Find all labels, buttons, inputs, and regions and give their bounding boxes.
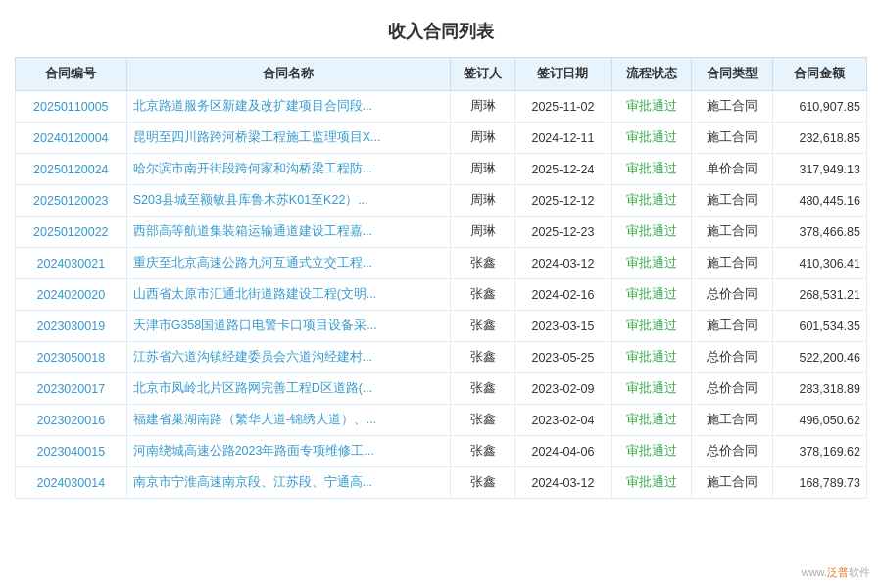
cell-signer: 张鑫	[450, 436, 514, 467]
cell-signer: 张鑫	[450, 279, 514, 311]
cell-contract-name[interactable]: 福建省巢湖南路（繁华大道-锦绣大道）、...	[126, 405, 450, 436]
table-header: 合同编号 合同名称 签订人 签订日期 流程状态 合同类型 合同金额	[16, 58, 867, 91]
cell-signer: 张鑫	[450, 405, 514, 436]
cell-signer: 周琳	[450, 91, 514, 122]
cell-type: 施工合同	[692, 185, 773, 217]
cell-contract-id[interactable]: 2023030019	[16, 311, 127, 342]
table-row: 20250120023S203县城至额敏县库鲁木苏K01至K22）...周琳20…	[16, 185, 867, 217]
cell-amount: 232,618.85	[772, 122, 866, 154]
cell-type: 施工合同	[692, 91, 773, 122]
page-container: 收入合同列表 合同编号 合同名称 签订人 签订日期 流程状态 合同类型 合同金额…	[0, 0, 882, 588]
cell-contract-name[interactable]: 重庆至北京高速公路九河互通式立交工程...	[126, 248, 450, 279]
cell-status: 审批通过	[611, 154, 692, 185]
cell-contract-name[interactable]: 北京市凤岭北片区路网完善工程D区道路(...	[126, 373, 450, 405]
cell-amount: 168,789.73	[772, 467, 866, 499]
cell-type: 施工合同	[692, 405, 773, 436]
cell-date: 2023-03-15	[515, 311, 612, 342]
cell-contract-name[interactable]: S203县城至额敏县库鲁木苏K01至K22）...	[126, 185, 450, 217]
cell-contract-name[interactable]: 西部高等航道集装箱运输通道建设工程嘉...	[126, 217, 450, 248]
col-header-status: 流程状态	[611, 58, 692, 91]
cell-type: 施工合同	[692, 122, 773, 154]
table-row: 2023020017北京市凤岭北片区路网完善工程D区道路(...张鑫2023-0…	[16, 373, 867, 405]
header-row: 合同编号 合同名称 签订人 签订日期 流程状态 合同类型 合同金额	[16, 58, 867, 91]
cell-date: 2024-02-16	[515, 279, 612, 311]
cell-signer: 周琳	[450, 185, 514, 217]
cell-contract-name[interactable]: 河南绕城高速公路2023年路面专项维修工...	[126, 436, 450, 467]
cell-type: 施工合同	[692, 467, 773, 499]
watermark-brand: 泛普	[827, 566, 849, 578]
cell-signer: 张鑫	[450, 373, 514, 405]
cell-type: 施工合同	[692, 217, 773, 248]
cell-status: 审批通过	[611, 185, 692, 217]
cell-signer: 周琳	[450, 122, 514, 154]
cell-signer: 周琳	[450, 217, 514, 248]
table-row: 2023040015河南绕城高速公路2023年路面专项维修工...张鑫2024-…	[16, 436, 867, 467]
cell-status: 审批通过	[611, 436, 692, 467]
cell-amount: 522,200.46	[772, 342, 866, 373]
cell-contract-name[interactable]: 天津市G358国道路口电警卡口项目设备采...	[126, 311, 450, 342]
cell-contract-id[interactable]: 20240120004	[16, 122, 127, 154]
cell-status: 审批通过	[611, 217, 692, 248]
table-row: 2023020016福建省巢湖南路（繁华大道-锦绣大道）、...张鑫2023-0…	[16, 405, 867, 436]
table-row: 2024030014南京市宁淮高速南京段、江苏段、宁通高...张鑫2024-03…	[16, 467, 867, 499]
cell-status: 审批通过	[611, 311, 692, 342]
cell-status: 审批通过	[611, 279, 692, 311]
cell-status: 审批通过	[611, 373, 692, 405]
cell-date: 2023-02-09	[515, 373, 612, 405]
cell-amount: 610,907.85	[772, 91, 866, 122]
cell-contract-id[interactable]: 20250120024	[16, 154, 127, 185]
col-header-signer: 签订人	[450, 58, 514, 91]
col-header-type: 合同类型	[692, 58, 773, 91]
cell-amount: 283,318.89	[772, 373, 866, 405]
cell-contract-name[interactable]: 昆明至四川路跨河桥梁工程施工监理项目X...	[126, 122, 450, 154]
cell-contract-id[interactable]: 20250120022	[16, 217, 127, 248]
cell-contract-name[interactable]: 哈尔滨市南开街段跨何家和沟桥梁工程防...	[126, 154, 450, 185]
table-row: 20240120004昆明至四川路跨河桥梁工程施工监理项目X...周琳2024-…	[16, 122, 867, 154]
cell-status: 审批通过	[611, 91, 692, 122]
cell-type: 施工合同	[692, 311, 773, 342]
col-header-id: 合同编号	[16, 58, 127, 91]
cell-type: 总价合同	[692, 373, 773, 405]
page-title: 收入合同列表	[15, 10, 867, 57]
cell-contract-id[interactable]: 2023040015	[16, 436, 127, 467]
cell-contract-name[interactable]: 江苏省六道沟镇经建委员会六道沟经建村...	[126, 342, 450, 373]
cell-date: 2025-12-23	[515, 217, 612, 248]
cell-contract-id[interactable]: 2023020016	[16, 405, 127, 436]
table-row: 20250110005北京路道服务区新建及改扩建项目合同段...周琳2025-1…	[16, 91, 867, 122]
cell-type: 总价合同	[692, 342, 773, 373]
cell-contract-id[interactable]: 2024030021	[16, 248, 127, 279]
cell-status: 审批通过	[611, 405, 692, 436]
col-header-amount: 合同金额	[772, 58, 866, 91]
cell-contract-id[interactable]: 2024030014	[16, 467, 127, 499]
cell-amount: 378,169.62	[772, 436, 866, 467]
cell-signer: 张鑫	[450, 311, 514, 342]
cell-status: 审批通过	[611, 248, 692, 279]
watermark: www.泛普软件	[802, 565, 870, 580]
cell-amount: 480,445.16	[772, 185, 866, 217]
cell-contract-id[interactable]: 2024020020	[16, 279, 127, 311]
table-row: 2024020020山西省太原市汇通北街道路建设工程(文明...张鑫2024-0…	[16, 279, 867, 311]
cell-date: 2025-12-24	[515, 154, 612, 185]
cell-contract-name[interactable]: 山西省太原市汇通北街道路建设工程(文明...	[126, 279, 450, 311]
cell-contract-id[interactable]: 2023020017	[16, 373, 127, 405]
cell-contract-id[interactable]: 20250120023	[16, 185, 127, 217]
cell-signer: 周琳	[450, 154, 514, 185]
cell-amount: 601,534.35	[772, 311, 866, 342]
cell-contract-id[interactable]: 2023050018	[16, 342, 127, 373]
cell-type: 单价合同	[692, 154, 773, 185]
table-body: 20250110005北京路道服务区新建及改扩建项目合同段...周琳2025-1…	[16, 91, 867, 499]
cell-date: 2024-04-06	[515, 436, 612, 467]
table-row: 20250120022西部高等航道集装箱运输通道建设工程嘉...周琳2025-1…	[16, 217, 867, 248]
cell-status: 审批通过	[611, 467, 692, 499]
cell-contract-name[interactable]: 北京路道服务区新建及改扩建项目合同段...	[126, 91, 450, 122]
cell-contract-name[interactable]: 南京市宁淮高速南京段、江苏段、宁通高...	[126, 467, 450, 499]
cell-signer: 张鑫	[450, 248, 514, 279]
contracts-table: 合同编号 合同名称 签订人 签订日期 流程状态 合同类型 合同金额 202501…	[15, 57, 867, 499]
cell-date: 2023-02-04	[515, 405, 612, 436]
cell-date: 2025-11-02	[515, 91, 612, 122]
col-header-date: 签订日期	[515, 58, 612, 91]
cell-type: 施工合同	[692, 248, 773, 279]
cell-signer: 张鑫	[450, 467, 514, 499]
cell-contract-id[interactable]: 20250110005	[16, 91, 127, 122]
cell-date: 2025-12-12	[515, 185, 612, 217]
